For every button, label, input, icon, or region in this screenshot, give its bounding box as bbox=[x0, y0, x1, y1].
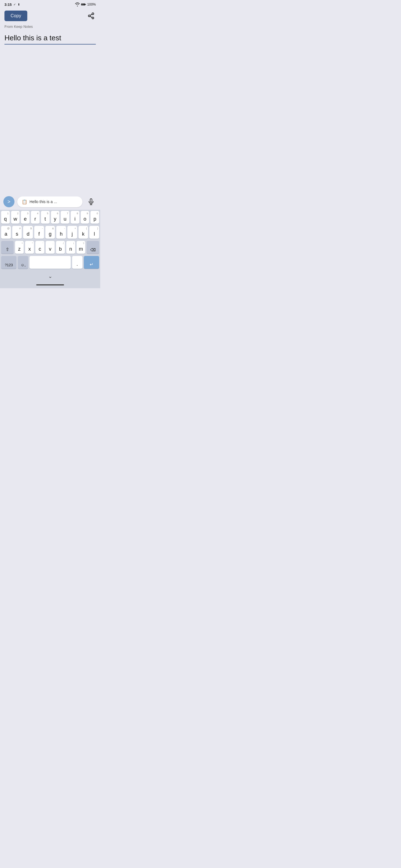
svg-point-4 bbox=[88, 15, 90, 17]
key-i-super: 8 bbox=[77, 212, 78, 215]
suggestion-bar: > 📋 Hello this is a ... bbox=[0, 194, 100, 210]
note-content: Hello this is a test bbox=[0, 32, 100, 49]
key-e-super: 3 bbox=[27, 212, 28, 215]
download-icon: ⬇ bbox=[18, 3, 20, 6]
key-y-super: 6 bbox=[57, 212, 58, 215]
key-shift[interactable]: ⇧ bbox=[1, 241, 13, 254]
key-m-super: ? bbox=[83, 242, 84, 245]
key-j-super: + bbox=[74, 227, 76, 230]
main-area bbox=[0, 49, 100, 132]
key-period[interactable]: . bbox=[72, 256, 82, 269]
key-r[interactable]: 4 r bbox=[31, 211, 39, 224]
status-bar: 3:15 ✓ ⬇ 100% bbox=[0, 0, 100, 8]
battery-percent: 100% bbox=[87, 2, 96, 6]
toolbar: Copy bbox=[0, 8, 100, 24]
key-i[interactable]: 8 i bbox=[71, 211, 79, 224]
key-u-super: 7 bbox=[67, 212, 68, 215]
home-indicator bbox=[36, 284, 64, 285]
key-f[interactable]: - f bbox=[34, 226, 44, 239]
key-emoji[interactable]: ☺, bbox=[18, 256, 28, 269]
key-a[interactable]: @ a bbox=[1, 226, 11, 239]
key-row-bottom: ?123 ☺, . ↵ bbox=[1, 256, 99, 269]
key-n[interactable]: ! n bbox=[66, 241, 75, 254]
key-r-super: 4 bbox=[37, 212, 38, 215]
note-title[interactable]: Hello this is a test bbox=[4, 34, 96, 44]
key-y[interactable]: 6 y bbox=[51, 211, 60, 224]
key-v[interactable]: : v bbox=[46, 241, 55, 254]
key-b-super: / bbox=[63, 242, 64, 245]
key-enter[interactable]: ↵ bbox=[84, 256, 99, 269]
key-t[interactable]: 5 t bbox=[41, 211, 50, 224]
wifi-icon bbox=[75, 2, 80, 6]
key-space[interactable] bbox=[30, 256, 71, 269]
key-u[interactable]: 7 u bbox=[61, 211, 69, 224]
keyboard-bottom-bar: ⌄ bbox=[1, 271, 99, 283]
key-z-super: * bbox=[22, 242, 23, 245]
key-backspace[interactable]: ⌫ bbox=[87, 241, 99, 254]
status-time: 3:15 bbox=[4, 2, 12, 7]
key-g-super: & bbox=[52, 227, 54, 230]
key-o[interactable]: 9 o bbox=[81, 211, 89, 224]
key-c-super: ' bbox=[42, 242, 43, 245]
key-q[interactable]: 1 q bbox=[1, 211, 10, 224]
key-j[interactable]: + j bbox=[67, 226, 77, 239]
key-w[interactable]: 2 w bbox=[11, 211, 20, 224]
clipboard-icon: 📋 bbox=[22, 199, 27, 205]
key-e[interactable]: 3 e bbox=[21, 211, 30, 224]
key-w-super: 2 bbox=[17, 212, 18, 215]
key-c[interactable]: ' c bbox=[35, 241, 44, 254]
mic-button[interactable] bbox=[85, 196, 97, 208]
home-indicator-bar bbox=[0, 283, 100, 288]
key-p[interactable]: 0 p bbox=[90, 211, 99, 224]
source-label: From Keep Notes bbox=[0, 24, 100, 32]
svg-line-6 bbox=[90, 17, 92, 18]
key-m[interactable]: ? m bbox=[77, 241, 85, 254]
svg-line-7 bbox=[90, 14, 92, 15]
key-z[interactable]: * z bbox=[15, 241, 24, 254]
key-d[interactable]: $ d bbox=[23, 226, 33, 239]
key-x[interactable]: " x bbox=[25, 241, 34, 254]
suggestion-arrow-button[interactable]: > bbox=[3, 196, 15, 207]
clipboard-suggestion[interactable]: 📋 Hello this is a ... bbox=[17, 196, 82, 207]
svg-rect-8 bbox=[90, 199, 92, 202]
key-a-super: @ bbox=[7, 227, 10, 230]
mic-icon bbox=[87, 198, 95, 205]
clipboard-text: Hello this is a ... bbox=[30, 199, 57, 204]
key-row-3: ⇧ * z " x ' c : v / b ! n ? m bbox=[1, 241, 99, 254]
key-num-symbol[interactable]: ?123 bbox=[1, 256, 17, 269]
key-s[interactable]: # s bbox=[12, 226, 22, 239]
key-g[interactable]: & g bbox=[46, 226, 55, 239]
keyboard-hide-icon[interactable]: ⌄ bbox=[48, 273, 52, 279]
task-icon: ✓ bbox=[13, 3, 16, 6]
svg-rect-1 bbox=[85, 4, 86, 5]
share-icon bbox=[87, 12, 95, 20]
key-l-super: ) bbox=[97, 227, 98, 230]
status-left: 3:15 ✓ ⬇ bbox=[4, 2, 20, 7]
key-f-super: - bbox=[42, 227, 43, 230]
key-b[interactable]: / b bbox=[56, 241, 65, 254]
battery-icon bbox=[81, 2, 86, 6]
key-k-super: ( bbox=[86, 227, 87, 230]
key-v-super: : bbox=[53, 242, 54, 245]
copy-button[interactable]: Copy bbox=[4, 10, 27, 21]
key-x-super: " bbox=[32, 242, 33, 245]
key-row-1: 1 q 2 w 3 e 4 r 5 t 6 y 7 u 8 i bbox=[1, 211, 99, 224]
arrow-icon: > bbox=[7, 199, 10, 205]
key-n-super: ! bbox=[73, 242, 74, 245]
key-h-super: - bbox=[64, 227, 65, 230]
key-s-super: # bbox=[19, 227, 21, 230]
key-h[interactable]: - h bbox=[56, 226, 66, 239]
key-p-super: 0 bbox=[97, 212, 98, 215]
key-l[interactable]: ) l bbox=[89, 226, 99, 239]
key-row-2: @ a # s $ d - f & g - h + j ( k bbox=[1, 226, 99, 239]
share-button[interactable] bbox=[86, 11, 96, 21]
key-t-super: 5 bbox=[47, 212, 48, 215]
keyboard: 1 q 2 w 3 e 4 r 5 t 6 y 7 u 8 i bbox=[0, 210, 100, 283]
svg-point-3 bbox=[92, 13, 94, 15]
key-o-super: 9 bbox=[87, 212, 88, 215]
key-d-super: $ bbox=[30, 227, 32, 230]
key-k[interactable]: ( k bbox=[79, 226, 88, 239]
key-q-super: 1 bbox=[7, 212, 9, 215]
status-right: 100% bbox=[75, 2, 96, 6]
svg-point-5 bbox=[92, 17, 94, 19]
